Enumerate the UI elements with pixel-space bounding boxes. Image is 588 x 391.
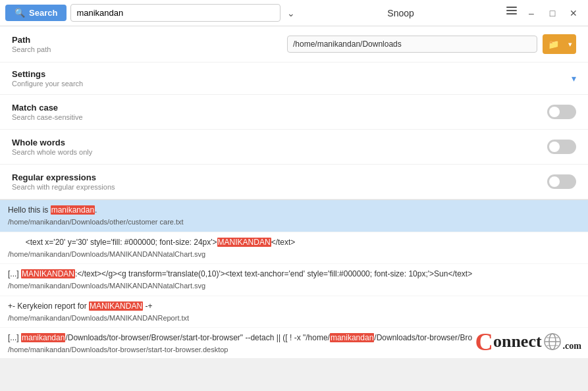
result-line: +- Kerykeion report for MANIKANDAN -+	[8, 300, 580, 312]
menu-button[interactable]	[504, 4, 520, 22]
result-path: /home/manikandan/Downloads/MANIKANDANNat…	[8, 249, 580, 260]
search-dropdown-arrow[interactable]: ⌄	[284, 5, 298, 21]
whole-words-row: Whole words Search whole words only	[0, 130, 588, 165]
match-case-slider	[547, 105, 576, 119]
titlebar: 🔍 Search ⌄ Snoop – □ ✕	[0, 0, 588, 26]
results-wrapper: Hello this is manikandan. /home/manikand…	[0, 200, 588, 358]
path-input[interactable]	[287, 36, 537, 53]
whole-words-toggle[interactable]	[547, 140, 576, 154]
highlight: MANIKANDAN	[89, 301, 143, 311]
result-line: [...] MANIKANDAN:</text></g><g transform…	[8, 268, 580, 280]
path-row: Path Search path 📁 ▾	[0, 26, 588, 63]
result-item[interactable]: [...] MANIKANDAN:</text></g><g transform…	[0, 264, 588, 296]
result-path: /home/manikandan/Downloads/MANIKANDANNat…	[8, 280, 580, 292]
maximize-button[interactable]: □	[543, 4, 562, 22]
path-sublabel: Search path	[12, 45, 287, 53]
connect-text: onnect	[493, 333, 542, 350]
window-title: Snoop	[302, 8, 500, 18]
path-label: Path	[12, 35, 287, 45]
match-case-row: Match case Search case-sensitive	[0, 95, 588, 130]
result-item[interactable]: Hello this is manikandan. /home/manikand…	[0, 200, 588, 232]
path-button-group: 📁 ▾	[543, 34, 576, 54]
path-label-group: Path Search path	[12, 35, 287, 53]
result-path: /home/manikandan/Downloads/other/custome…	[8, 217, 580, 228]
highlight: manikandan	[21, 333, 65, 342]
highlight: MANIKANDAN	[21, 269, 75, 278]
connect-logo: C onnect .com	[475, 329, 581, 354]
regex-slider	[547, 174, 576, 189]
path-dropdown-button[interactable]: ▾	[564, 34, 576, 54]
regex-row: Regular expressions Search with regular …	[0, 165, 588, 199]
close-button[interactable]: ✕	[564, 4, 583, 22]
match-case-label-group: Match case Search case-sensitive	[12, 103, 547, 121]
regex-label-group: Regular expressions Search with regular …	[12, 172, 547, 191]
minimize-button[interactable]: –	[522, 4, 541, 22]
search-button[interactable]: 🔍 Search	[5, 5, 67, 21]
connect-dotcom: .com	[563, 341, 581, 352]
highlight: MANIKANDAN	[217, 238, 271, 247]
match-case-toggle[interactable]	[547, 105, 576, 119]
result-item[interactable]: <text x='20' y='30' style='fill: #000000…	[0, 232, 588, 265]
window-controls: – □ ✕	[504, 4, 583, 22]
regex-toggle[interactable]	[547, 174, 576, 189]
path-controls: 📁 ▾	[287, 34, 576, 54]
regex-label: Regular expressions	[12, 172, 547, 182]
connect-c-letter: C	[475, 329, 493, 354]
result-line: Hello this is manikandan.	[8, 204, 580, 216]
search-button-label: Search	[29, 8, 57, 18]
settings-panel: Path Search path 📁 ▾ Settings Configure …	[0, 26, 588, 200]
settings-label: Settings	[12, 69, 572, 79]
globe-icon	[543, 332, 562, 351]
folder-button[interactable]: 📁	[543, 34, 564, 54]
whole-words-slider	[547, 140, 576, 154]
whole-words-label: Whole words	[12, 138, 547, 147]
regex-sublabel: Search with regular expressions	[12, 183, 547, 191]
settings-sublabel: Configure your search	[12, 80, 572, 88]
highlight: manikandan	[330, 333, 374, 342]
search-icon: 🔍	[14, 8, 25, 18]
settings-expand-arrow[interactable]: ▾	[572, 73, 576, 84]
whole-words-sublabel: Search whole words only	[12, 148, 547, 156]
highlight: manikandan	[51, 205, 95, 215]
result-item[interactable]: +- Kerykeion report for MANIKANDAN -+ /h…	[0, 296, 588, 328]
settings-header-row: Settings Configure your search ▾	[0, 63, 588, 95]
result-path: /home/manikandan/Downloads/MANIKANDANRep…	[8, 313, 580, 324]
match-case-label: Match case	[12, 103, 547, 113]
whole-words-label-group: Whole words Search whole words only	[12, 138, 547, 156]
settings-label-group: Settings Configure your search	[12, 69, 572, 88]
result-line: <text x='20' y='30' style='fill: #000000…	[8, 236, 580, 248]
search-input[interactable]	[70, 4, 281, 22]
match-case-sublabel: Search case-sensitive	[12, 113, 547, 121]
